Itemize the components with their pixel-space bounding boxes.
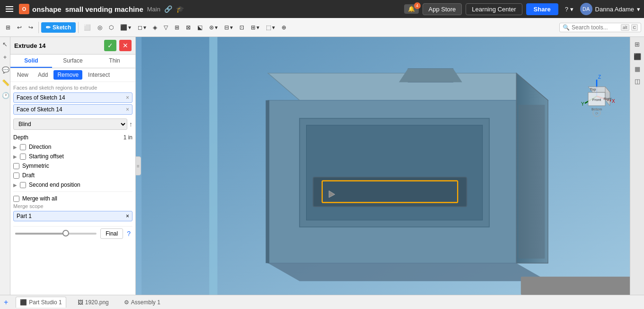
- user-initials: DA: [582, 6, 590, 12]
- face-item-2-label: Face of Sketch 14: [17, 106, 62, 113]
- left-panel-toggle-button[interactable]: ⊞: [3, 22, 13, 33]
- svg-text:Z: Z: [598, 75, 601, 80]
- svg-rect-15: [519, 105, 545, 258]
- second-end-row: ▶ Second end position: [13, 180, 132, 190]
- depth-label: Depth: [13, 134, 28, 141]
- tool-4-icon: ⬛: [120, 24, 127, 31]
- subtab-intersect[interactable]: Intersect: [84, 70, 114, 80]
- end-type-select[interactable]: Blind Through all Up to face Up to part: [13, 118, 127, 130]
- tool-9-button[interactable]: ⊠: [183, 22, 194, 33]
- help-button[interactable]: ? ▾: [562, 4, 576, 15]
- panel-confirm-button[interactable]: ✓: [104, 40, 116, 51]
- symmetric-checkbox[interactable]: [13, 163, 19, 169]
- merge-with-all-row: Merge with all: [13, 194, 132, 203]
- view-options-icon[interactable]: ⊞: [633, 39, 642, 50]
- progress-slider-track[interactable]: [15, 233, 97, 235]
- tab-assembly[interactable]: ⚙ Assembly 1: [120, 297, 164, 308]
- app-store-button[interactable]: App Store: [423, 3, 462, 15]
- draft-label: Draft: [22, 172, 35, 179]
- hamburger-menu[interactable]: [4, 4, 15, 14]
- tab-image[interactable]: 🖼 1920.png: [74, 297, 113, 308]
- tool-4-button[interactable]: ⬛ ▾: [117, 22, 134, 33]
- second-end-checkbox[interactable]: [20, 182, 26, 188]
- viewport[interactable]: Z X Y Top Front Right Bottom: [136, 37, 644, 295]
- top-bar-right: 🔔 4 App Store Learning Center Share ? ▾ …: [404, 3, 640, 15]
- svg-marker-5: [268, 263, 548, 281]
- redo-button[interactable]: ↪: [26, 22, 36, 33]
- user-avatar: DA: [580, 3, 592, 15]
- tool-8-button[interactable]: ⊞: [172, 22, 182, 33]
- svg-marker-12: [399, 69, 462, 82]
- section-view-icon[interactable]: ⬛: [632, 51, 643, 62]
- share-button[interactable]: Share: [526, 3, 558, 15]
- view-cube[interactable]: Z X Y Top Front Right Bottom: [575, 75, 618, 118]
- faces-section: Faces and sketch regions to extrude Face…: [13, 85, 132, 115]
- search-input[interactable]: [572, 24, 619, 31]
- draft-checkbox[interactable]: [13, 173, 19, 179]
- starting-offset-expand-icon[interactable]: ▶: [13, 154, 17, 159]
- user-chevron-icon: ▾: [637, 6, 640, 13]
- view-cube-svg: Z X Y Top Front Right Bottom: [575, 75, 618, 118]
- second-end-expand-icon[interactable]: ▶: [13, 182, 17, 188]
- add-tab-button[interactable]: +: [4, 298, 8, 307]
- notification-icon: 🔔: [408, 6, 415, 12]
- undo-button[interactable]: ↩: [14, 22, 25, 33]
- panel-help-icon[interactable]: ?: [127, 230, 131, 237]
- merge-scope-item-remove[interactable]: ×: [126, 213, 129, 219]
- tool-12-button[interactable]: ⊟ ▾: [221, 22, 236, 33]
- svg-rect-1: [209, 37, 217, 295]
- blind-row: Blind Through all Up to face Up to part …: [13, 118, 132, 130]
- sidebar-comment-icon[interactable]: 💬: [0, 64, 10, 75]
- tool-5-button[interactable]: ◻ ▾: [135, 22, 149, 33]
- face-item-1-remove[interactable]: ×: [126, 94, 129, 101]
- subtab-remove[interactable]: Remove: [53, 70, 82, 80]
- tab-part-studio[interactable]: ⬛ Part Studio 1: [16, 297, 66, 308]
- subtab-add[interactable]: Add: [34, 70, 52, 80]
- tool-13-button[interactable]: ⊡: [237, 22, 247, 33]
- tool-12-icon: ⊟: [224, 24, 229, 31]
- merge-with-all-checkbox[interactable]: [13, 196, 19, 202]
- tool-6-button[interactable]: ◈: [150, 22, 160, 33]
- face-item-2-remove[interactable]: ×: [126, 106, 129, 113]
- tool-15-button[interactable]: ⬚ ▾: [263, 22, 278, 33]
- tool-10-button[interactable]: ⬕: [194, 22, 205, 33]
- direction-expand-icon[interactable]: ▶: [13, 145, 17, 150]
- subtab-new[interactable]: New: [13, 70, 32, 80]
- tool-16-button[interactable]: ⊕: [279, 22, 289, 33]
- progress-slider-thumb[interactable]: [62, 230, 69, 236]
- panel-cancel-button[interactable]: ✕: [119, 40, 132, 51]
- learning-center-button[interactable]: Learning Center: [466, 3, 522, 15]
- tool-8-icon: ⊞: [175, 24, 179, 31]
- sidebar-select-icon[interactable]: ↖: [0, 39, 10, 50]
- toolbar-separator-2: [78, 22, 79, 33]
- tab-thin[interactable]: Thin: [94, 55, 135, 68]
- user-menu-button[interactable]: DA Danna Adame ▾: [580, 3, 640, 15]
- starting-offset-checkbox[interactable]: [20, 154, 26, 160]
- help-chevron-icon: ▾: [570, 6, 573, 13]
- final-button[interactable]: Final: [100, 228, 123, 239]
- tool-11-button[interactable]: ⊛ ▾: [206, 22, 221, 33]
- tool-1-button[interactable]: ⬜: [81, 22, 94, 33]
- search-tools-container: 🔍 alt C: [559, 23, 641, 32]
- tool-7-button[interactable]: ▽: [161, 22, 171, 33]
- tool-3-button[interactable]: ⬡: [106, 22, 116, 33]
- appearance-icon[interactable]: ◫: [633, 76, 642, 87]
- direction-checkbox[interactable]: [20, 144, 26, 150]
- panel-subtabs: New Add Remove Intersect: [10, 68, 135, 82]
- panel-collapse-handle[interactable]: ≡: [135, 156, 141, 175]
- sidebar-history-icon[interactable]: 🕐: [0, 90, 10, 101]
- tab-surface[interactable]: Surface: [52, 55, 94, 68]
- end-type-arrow[interactable]: ↑: [129, 120, 132, 128]
- notifications-button[interactable]: 🔔 4: [404, 4, 419, 14]
- tool-5-icon: ◻: [138, 24, 142, 31]
- app-name: onshape: [32, 5, 62, 13]
- tool-2-button[interactable]: ◎: [95, 22, 105, 33]
- sidebar-add-icon[interactable]: +: [0, 52, 10, 63]
- sidebar-measure-icon[interactable]: 📏: [0, 77, 10, 88]
- sketch-button[interactable]: ✏ Sketch: [41, 22, 76, 33]
- symmetric-row: Symmetric: [13, 161, 132, 171]
- main-layout: Extrude 14 ✓ ✕ Solid Surface Thin New Ad…: [10, 37, 644, 295]
- tool-14-button[interactable]: ⊞ ▾: [248, 22, 262, 33]
- render-mode-icon[interactable]: ▦: [633, 64, 642, 74]
- tab-solid[interactable]: Solid: [10, 55, 52, 68]
